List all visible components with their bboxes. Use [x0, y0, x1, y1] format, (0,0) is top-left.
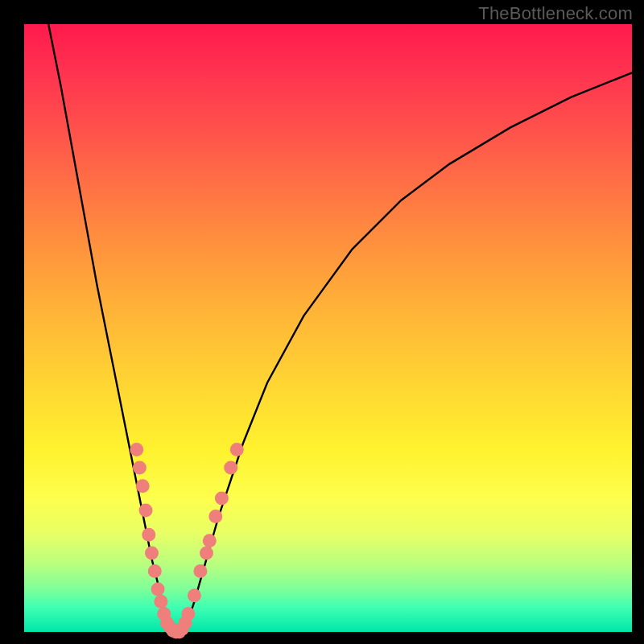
chart-svg [24, 24, 632, 632]
marker-dot [208, 510, 222, 523]
marker-dot [203, 534, 217, 547]
watermark-text: TheBottleneck.com [478, 3, 633, 24]
marker-dot [193, 564, 207, 578]
highlight-markers [130, 443, 244, 639]
marker-dot [133, 461, 147, 475]
marker-dot [148, 564, 162, 578]
marker-dot [151, 583, 165, 597]
marker-dot [136, 479, 150, 493]
marker-dot [215, 491, 229, 505]
outer-frame: TheBottleneck.com [0, 0, 644, 644]
marker-dot [188, 588, 201, 602]
marker-dot [200, 546, 213, 559]
marker-dot [181, 607, 195, 621]
bottleneck-curve [48, 24, 632, 632]
marker-dot [142, 528, 155, 542]
marker-dot [130, 443, 143, 456]
marker-dot [139, 504, 153, 518]
marker-dot [154, 595, 167, 609]
marker-dot [224, 461, 237, 475]
marker-dot [145, 546, 159, 559]
marker-dot [230, 443, 244, 456]
